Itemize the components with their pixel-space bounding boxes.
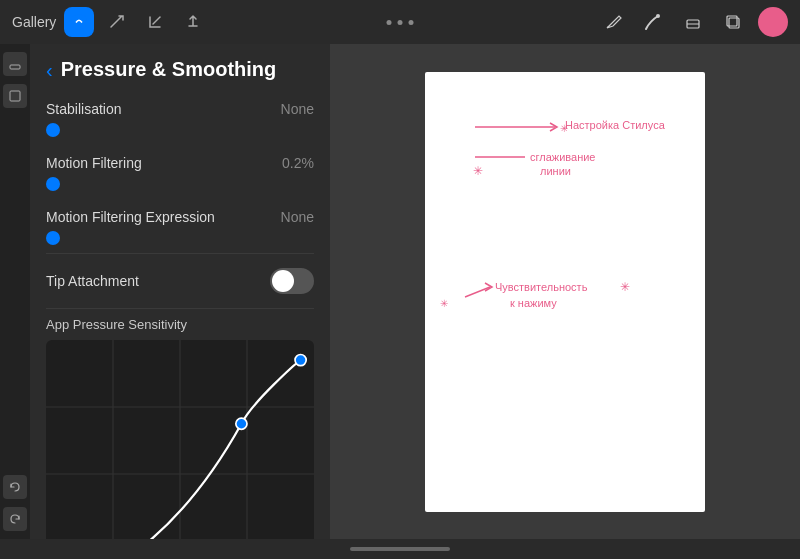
stabilisation-label: Stabilisation [46,101,122,117]
divider-1 [46,253,314,254]
share-icon[interactable] [178,7,208,37]
sidebar-brush[interactable] [3,52,27,76]
motion-filtering-value: 0.2% [282,155,314,171]
panel-header: ‹ Pressure & Smoothing [30,44,330,91]
annotation-group-1: ✳ Настройка Стилуса сглаживание линии ✳ [465,107,705,191]
dot-2 [398,20,403,25]
left-sidebar [0,44,30,539]
stabilisation-slider-dot[interactable] [46,123,60,137]
tip-attachment-toggle[interactable] [270,268,314,294]
annotation-svg-1: ✳ Настройка Стилуса сглаживание линии ✳ [465,107,695,187]
tip-attachment-row: Tip Attachment [46,258,314,304]
motion-expression-slider-dot[interactable] [46,231,60,245]
pressure-curve-graph[interactable] [46,340,314,539]
transform-icon[interactable] [140,7,170,37]
undo-button[interactable] [3,475,27,499]
motion-filtering-row: Motion Filtering 0.2% [46,145,314,175]
svg-point-0 [71,14,87,30]
svg-point-13 [236,418,247,429]
toolbar: Gallery [0,0,800,44]
annotation-group-2: ✳ Чувствительность к нажиму ✳ [435,267,705,351]
motion-expression-label: Motion Filtering Expression [46,209,215,225]
canvas-area: ✳ Настройка Стилуса сглаживание линии ✳ [330,44,800,539]
panel-content: Stabilisation None Motion Filtering 0.2%… [30,91,330,539]
layers-button[interactable] [718,7,748,37]
svg-point-14 [295,355,306,366]
procreate-icon[interactable] [64,7,94,37]
svg-text:✳: ✳ [440,298,448,309]
bottom-bar [0,539,800,559]
gallery-button[interactable]: Gallery [12,14,56,30]
canvas-page[interactable]: ✳ Настройка Стилуса сглаживание линии ✳ [425,72,705,512]
stabilisation-value: None [281,101,314,117]
settings-panel: ‹ Pressure & Smoothing Stabilisation Non… [30,44,330,539]
redo-button[interactable] [3,507,27,531]
motion-expression-value: None [281,209,314,225]
tip-attachment-label: Tip Attachment [46,273,139,289]
svg-text:Настройка Стилуса: Настройка Стилуса [565,119,666,131]
dot-3 [409,20,414,25]
toolbar-dots [387,20,414,25]
motion-filtering-slider-dot[interactable] [46,177,60,191]
svg-text:к нажиму: к нажиму [510,297,557,309]
toolbar-right [598,7,788,37]
smudge-tool-button[interactable] [638,7,668,37]
svg-rect-5 [10,65,20,69]
svg-text:сглаживание: сглаживание [530,151,595,163]
panel-title: Pressure & Smoothing [61,58,277,81]
home-indicator [350,547,450,551]
motion-filtering-label: Motion Filtering [46,155,142,171]
eraser-tool-button[interactable] [678,7,708,37]
divider-2 [46,308,314,309]
svg-rect-6 [10,91,20,101]
pressure-curve-section: App Pressure Sensitivity [46,317,314,539]
pressure-curve-title: App Pressure Sensitivity [46,317,314,332]
svg-text:линии: линии [540,165,571,177]
back-button[interactable]: ‹ [46,60,53,80]
main-content: ‹ Pressure & Smoothing Stabilisation Non… [0,44,800,539]
annotation-svg-2: ✳ Чувствительность к нажиму ✳ [435,267,665,347]
curve-svg [46,340,314,539]
dot-1 [387,20,392,25]
svg-text:✳: ✳ [473,164,483,178]
svg-text:Чувствительность: Чувствительность [495,281,588,293]
svg-text:✳: ✳ [560,123,568,134]
svg-text:✳: ✳ [620,280,630,294]
svg-point-1 [656,14,660,18]
pen-tool-button[interactable] [598,7,628,37]
motion-expression-row: Motion Filtering Expression None [46,199,314,229]
toolbar-left: Gallery [12,7,208,37]
stabilisation-row: Stabilisation None [46,91,314,121]
modify-icon[interactable] [102,7,132,37]
toggle-thumb [272,270,294,292]
sidebar-square[interactable] [3,84,27,108]
user-avatar[interactable] [758,7,788,37]
